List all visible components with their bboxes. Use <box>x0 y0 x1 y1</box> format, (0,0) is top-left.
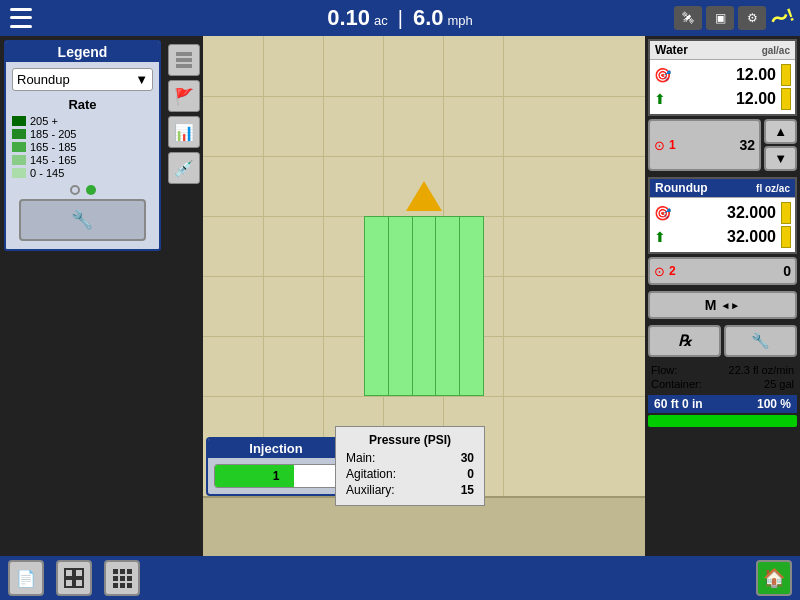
rate-swatch <box>12 168 26 178</box>
svg-rect-3 <box>65 569 73 577</box>
grid-button[interactable] <box>56 560 92 596</box>
progress-row: 60 ft 0 in 100 % <box>648 395 797 413</box>
doc-icon: 📄 <box>16 569 36 588</box>
wrench-icon: 🔧 <box>751 332 770 349</box>
product-dropdown[interactable]: Roundup ▼ <box>12 68 153 91</box>
legend-title: Legend <box>6 42 159 62</box>
water-rows: 🎯 12.00 ⬆ 12.00 <box>650 60 795 114</box>
level-indicator <box>781 226 791 248</box>
arrow-buttons: ▲ ▼ <box>764 119 797 171</box>
roundup-unit: fl oz/ac <box>756 183 790 194</box>
acreage-unit: ac <box>374 13 388 28</box>
pressure-main-row: Main: 30 <box>346 451 474 465</box>
actual-icon: ⬆ <box>654 91 666 107</box>
rate-item-label: 145 - 165 <box>30 154 76 166</box>
down-arrow-button[interactable]: ▼ <box>764 146 797 171</box>
legend-box: Legend Roundup ▼ Rate 205 + 185 - 205 16… <box>4 40 161 251</box>
list-item: 205 + <box>12 115 153 127</box>
channel2-row: ⊙ 2 0 <box>648 257 797 285</box>
pressure-main-label: Main: <box>346 451 375 465</box>
water-target-row: 🎯 12.00 <box>654 64 791 86</box>
rate-item-label: 185 - 205 <box>30 128 76 140</box>
roundup-title: Roundup <box>655 181 708 195</box>
roundup-actual-value: 32.000 <box>669 228 776 246</box>
rate-swatch <box>12 116 26 126</box>
list-item: 145 - 165 <box>12 154 153 166</box>
m-label: M <box>705 297 717 313</box>
display-icon[interactable]: ▣ <box>706 6 734 30</box>
svg-rect-4 <box>75 569 83 577</box>
svg-rect-6 <box>75 579 83 587</box>
top-bar: 0.10 ac | 6.0 mph 🛰 ▣ ⚙ 〜! <box>0 0 800 36</box>
home-button[interactable]: 🏠 <box>756 560 792 596</box>
water-unit: gal/ac <box>762 45 790 56</box>
level-indicator <box>781 88 791 110</box>
channel1-button[interactable]: ⊙ 1 32 <box>648 119 761 171</box>
settings-icon[interactable]: ⚙ <box>738 6 766 30</box>
roundup-target-value: 32.000 <box>674 204 776 222</box>
up-arrow-button[interactable]: ▲ <box>764 119 797 144</box>
water-actual-value: 12.00 <box>669 90 776 108</box>
rate-label: Rate <box>12 97 153 112</box>
rate-list: 205 + 185 - 205 165 - 185 145 - 165 0 - … <box>12 115 153 179</box>
list-item: 165 - 185 <box>12 141 153 153</box>
progress-bar-fill <box>648 415 797 427</box>
container-value: 25 gal <box>764 378 794 390</box>
dot-indicator <box>70 185 80 195</box>
acreage-value: 0.10 <box>327 5 370 31</box>
channel-row: ⊙ 1 32 ▲ ▼ <box>648 119 797 171</box>
rate-item-label: 0 - 145 <box>30 167 64 179</box>
svg-rect-0 <box>176 52 192 56</box>
layers-icon-button[interactable] <box>168 44 200 76</box>
chevron-down-icon: ▼ <box>135 72 148 87</box>
list-item: 185 - 205 <box>12 128 153 140</box>
svg-rect-2 <box>176 64 192 68</box>
signal-icon: 〜! <box>767 3 798 34</box>
table-button[interactable] <box>104 560 140 596</box>
wrench-button[interactable]: 🔧 <box>724 325 797 357</box>
flag-icon-button[interactable]: 🚩 <box>168 80 200 112</box>
progress-percent: 100 % <box>757 397 791 411</box>
chart-icon-button[interactable]: 📊 <box>168 116 200 148</box>
home-icon: 🏠 <box>763 567 785 589</box>
rx-wrench-row: ℞ 🔧 <box>648 325 797 357</box>
svg-rect-5 <box>65 579 73 587</box>
pressure-panel: Pressure (PSI) Main: 30 Agitation: 0 Aux… <box>335 426 485 506</box>
pressure-title: Pressure (PSI) <box>346 433 474 447</box>
svg-rect-13 <box>113 583 118 588</box>
rx-button[interactable]: ℞ <box>648 325 721 357</box>
injection-bar-fill <box>215 465 294 487</box>
pressure-agitation-label: Agitation: <box>346 467 396 481</box>
channel2-label: 2 <box>669 264 676 278</box>
svg-rect-12 <box>127 576 132 581</box>
flow-label: Flow: <box>651 364 677 376</box>
hamburger-menu[interactable] <box>6 5 36 31</box>
flow-value: 22.3 fl oz/min <box>729 364 794 376</box>
roundup-box: Roundup fl oz/ac 🎯 32.000 ⬆ 32.000 <box>648 177 797 254</box>
left-panel: Legend Roundup ▼ Rate 205 + 185 - 205 16… <box>0 36 165 556</box>
m-arrows-icon: ◄► <box>720 300 740 311</box>
chart-icon: 📊 <box>174 123 194 142</box>
water-actual-row: ⬆ 12.00 <box>654 88 791 110</box>
svg-rect-10 <box>113 576 118 581</box>
legend-dots <box>12 185 153 195</box>
map-area: Injection 1 Pressure (PSI) Main: 30 Agit… <box>203 36 645 556</box>
legend-settings-button[interactable]: 🔧 <box>19 199 146 241</box>
roundup-actual-row: ⬆ 32.000 <box>654 226 791 248</box>
doc-button[interactable]: 📄 <box>8 560 44 596</box>
channel2-value: 0 <box>783 263 791 279</box>
spray-icon: 💉 <box>174 159 194 178</box>
channel2-button[interactable]: ⊙ 2 0 <box>648 257 797 285</box>
main-area: Legend Roundup ▼ Rate 205 + 185 - 205 16… <box>0 36 800 556</box>
spray-icon-button[interactable]: 💉 <box>168 152 200 184</box>
speed-display: 0.10 ac | 6.0 mph <box>327 5 473 31</box>
gps-icon[interactable]: 🛰 <box>674 6 702 30</box>
m-button[interactable]: M ◄► <box>648 291 797 319</box>
pressure-agitation-value: 0 <box>467 467 474 481</box>
rate-item-label: 165 - 185 <box>30 141 76 153</box>
right-panel: Water gal/ac 🎯 12.00 ⬆ 12.00 ⊙ 1 <box>645 36 800 556</box>
list-item: 0 - 145 <box>12 167 153 179</box>
dropdown-value: Roundup <box>17 72 70 87</box>
pressure-auxiliary-row: Auxiliary: 15 <box>346 483 474 497</box>
target-icon: 🎯 <box>654 67 671 83</box>
